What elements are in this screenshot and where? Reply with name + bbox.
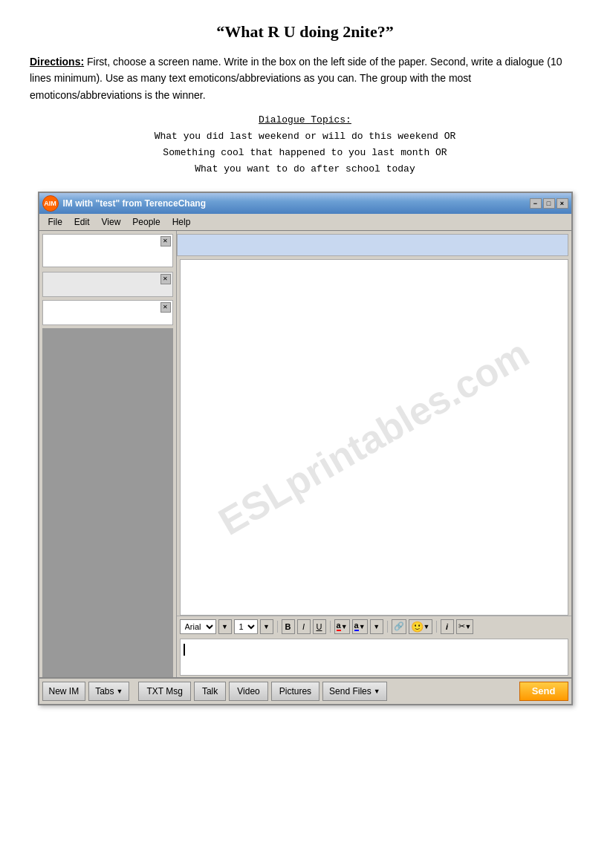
directions-label: Directions: — [30, 56, 84, 68]
chat-recipient-bar — [177, 234, 568, 256]
chat-display: ESLprintables.com — [180, 259, 568, 616]
sidebar-row-2: ✕ — [42, 300, 173, 325]
separator-3 — [387, 621, 388, 633]
send-files-arrow: ▼ — [374, 688, 380, 695]
topic-1: What you did last weekend or will do thi… — [30, 128, 580, 145]
emoji-button[interactable]: 🙂 ▼ — [409, 619, 432, 634]
page-title: “What R U doing 2nite?” — [30, 22, 580, 42]
minimize-button[interactable]: − — [530, 198, 542, 209]
bold-button[interactable]: B — [282, 619, 295, 634]
sidebar-close-btn-1[interactable]: ✕ — [160, 236, 171, 247]
topic-3: What you want to do after school today — [30, 161, 580, 177]
sidebar-dark-area — [42, 328, 173, 677]
aim-window: AIM IM with "test" from TerenceChang − □… — [38, 192, 573, 705]
link-button[interactable]: 🔗 — [392, 619, 406, 634]
tabs-label: Tabs — [95, 686, 114, 696]
watermark: ESLprintables.com — [211, 330, 536, 544]
topic-2: Something cool that happened to you last… — [30, 145, 580, 161]
aim-bottom-bar: New IM Tabs ▼ TXT Msg Talk Video Picture… — [39, 677, 571, 704]
directions: Directions: First, choose a screen name.… — [30, 53, 580, 103]
sidebar-row-1: ✕ — [42, 272, 173, 297]
separator-2 — [330, 621, 331, 633]
emoji-icon: 🙂 — [411, 621, 424, 633]
send-files-label: Send Files — [329, 686, 371, 696]
menu-people[interactable]: People — [126, 215, 166, 229]
talk-button[interactable]: Talk — [194, 682, 226, 701]
separator-1 — [277, 621, 278, 633]
close-button[interactable]: × — [557, 198, 568, 209]
restore-button[interactable]: □ — [543, 198, 555, 209]
aim-window-title: IM with "test" from TerenceChang — [63, 198, 207, 209]
text-cursor — [184, 644, 185, 656]
sidebar-close-btn-3[interactable]: ✕ — [160, 302, 171, 313]
aim-title-buttons[interactable]: − □ × — [530, 198, 568, 209]
directions-text: First, choose a screen name. Write in th… — [30, 56, 562, 101]
aim-title-left: AIM IM with "test" from TerenceChang — [42, 195, 207, 212]
menu-edit[interactable]: Edit — [68, 215, 96, 229]
italic-button[interactable]: I — [297, 619, 311, 634]
info-icon: i — [446, 622, 448, 631]
txt-msg-button[interactable]: TXT Msg — [138, 682, 190, 701]
extras-icon: ✂ — [458, 621, 465, 631]
style-arrow: ▼ — [373, 623, 380, 630]
aim-menubar: File Edit View People Help — [39, 214, 571, 231]
aim-body: ✕ ✕ ✕ ESLprintables.com Arial — [39, 231, 571, 677]
aim-sidebar: ✕ ✕ ✕ — [39, 231, 177, 677]
tabs-button[interactable]: Tabs ▼ — [88, 682, 129, 701]
bg-color-arrow: ▼ — [359, 623, 366, 630]
menu-help[interactable]: Help — [166, 215, 197, 229]
send-button[interactable]: Send — [519, 682, 568, 701]
toolbar-arrow-font[interactable]: ▼ — [218, 619, 232, 634]
bottom-right-actions: TXT Msg Talk Video Pictures Send Files ▼… — [138, 682, 568, 701]
emoji-arrow: ▼ — [424, 623, 430, 630]
send-files-button[interactable]: Send Files ▼ — [322, 682, 387, 701]
menu-file[interactable]: File — [42, 215, 68, 229]
aim-logo: AIM — [42, 195, 59, 212]
sidebar-top-panel: ✕ — [42, 234, 173, 267]
new-im-label: New IM — [49, 686, 80, 696]
font-color-arrow: ▼ — [341, 623, 348, 630]
link-icon: 🔗 — [394, 621, 404, 631]
menu-view[interactable]: View — [96, 215, 127, 229]
new-im-button[interactable]: New IM — [42, 682, 86, 701]
font-size-selector[interactable]: 10 — [234, 619, 258, 634]
dialogue-topics-title: Dialogue Topics: — [30, 112, 580, 128]
bg-color-button[interactable]: a ▼ — [352, 619, 368, 634]
pictures-button[interactable]: Pictures — [271, 682, 319, 701]
underline-button[interactable]: U — [313, 619, 326, 634]
style-dropdown-button[interactable]: ▼ — [370, 619, 383, 634]
aim-chat-area: ESLprintables.com Arial ▼ 10 ▼ B I U a — [177, 231, 571, 677]
extras-button[interactable]: ✂ ▼ — [456, 619, 474, 634]
dialogue-topics: Dialogue Topics: What you did last weeke… — [30, 112, 580, 177]
aim-title-bar: AIM IM with "test" from TerenceChang − □… — [39, 193, 571, 214]
font-selector[interactable]: Arial — [180, 619, 216, 634]
sidebar-close-btn-2[interactable]: ✕ — [160, 274, 171, 284]
tabs-arrow: ▼ — [117, 688, 123, 695]
formatting-toolbar: Arial ▼ 10 ▼ B I U a ▼ a ▼ — [177, 616, 571, 637]
chat-input[interactable] — [180, 639, 568, 676]
toolbar-arrow-size[interactable]: ▼ — [260, 619, 273, 634]
separator-4 — [436, 621, 437, 633]
extras-arrow: ▼ — [465, 623, 472, 630]
video-button[interactable]: Video — [229, 682, 267, 701]
info-button[interactable]: i — [441, 619, 454, 634]
font-color-button[interactable]: a ▼ — [334, 619, 350, 634]
